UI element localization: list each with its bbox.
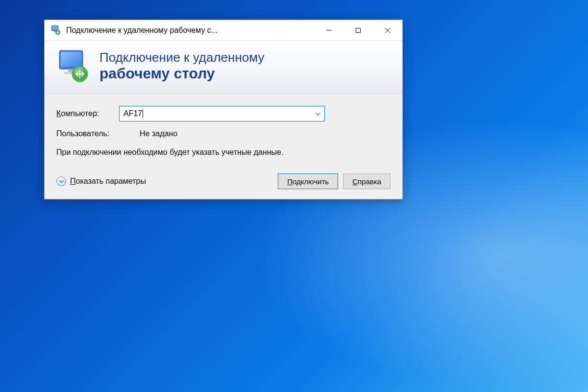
show-options-toggle[interactable]: Показать параметры bbox=[56, 176, 146, 186]
minimize-button[interactable] bbox=[314, 20, 343, 40]
svg-rect-5 bbox=[356, 28, 361, 32]
chevron-down-icon[interactable] bbox=[312, 110, 320, 117]
close-button[interactable] bbox=[373, 20, 402, 40]
show-options-label: Показать параметры bbox=[70, 177, 146, 186]
computer-value: AF17 bbox=[123, 109, 312, 119]
rdp-app-icon bbox=[50, 25, 61, 36]
titlebar[interactable]: Подключение к удаленному рабочему с... bbox=[45, 20, 402, 41]
window-title: Подключение к удаленному рабочему с... bbox=[66, 26, 314, 35]
window-controls bbox=[314, 20, 402, 40]
svg-rect-1 bbox=[52, 26, 58, 30]
header-banner: Подключение к удаленному рабочему столу bbox=[45, 41, 402, 94]
rdp-window: Подключение к удаленному рабочему с... bbox=[44, 20, 403, 199]
header-line2: рабочему столу bbox=[99, 65, 264, 82]
help-button[interactable]: Справка bbox=[343, 173, 391, 189]
chevron-down-circle-icon bbox=[56, 176, 66, 186]
user-label: Пользователь: bbox=[56, 129, 140, 138]
header-line1: Подключение к удаленному bbox=[99, 50, 264, 65]
rdp-large-icon bbox=[55, 49, 91, 84]
user-value: Не задано bbox=[140, 129, 177, 138]
computer-label: Компьютер: bbox=[56, 109, 119, 118]
dialog-body: Компьютер: AF17 Пользователь: Не задано … bbox=[45, 94, 402, 199]
computer-combobox[interactable]: AF17 bbox=[119, 106, 325, 122]
maximize-button[interactable] bbox=[343, 20, 373, 40]
connect-button[interactable]: Подключить bbox=[278, 173, 338, 189]
svg-rect-9 bbox=[61, 52, 81, 67]
credentials-hint: При подключении необходимо будет указать… bbox=[56, 147, 301, 158]
